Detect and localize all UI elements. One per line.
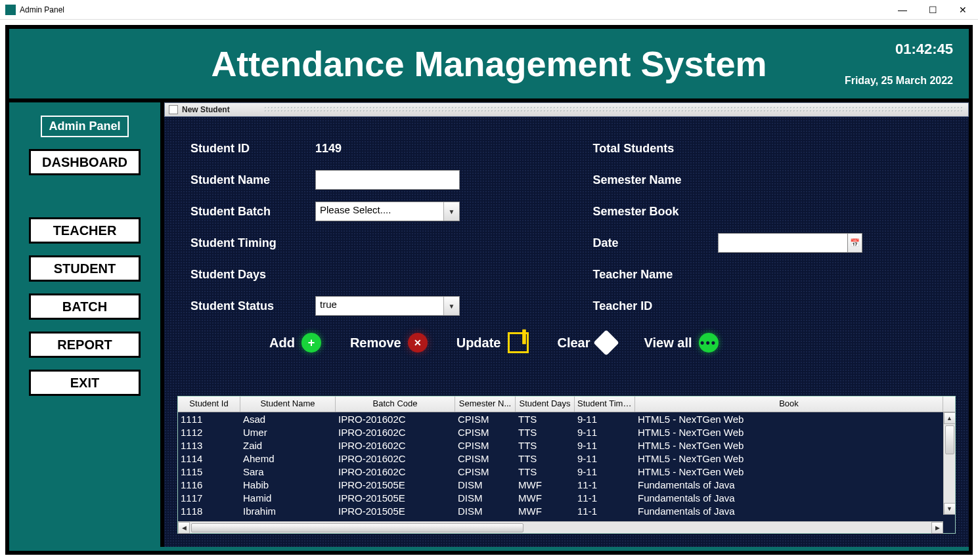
table-cell: Habib [240,478,336,491]
add-button[interactable]: Add + [269,333,321,353]
table-cell: 9-11 [575,412,635,425]
nav-label: TEACHER [53,223,117,238]
clock-time: 01:42:45 [845,41,953,58]
nav-label: REPORT [57,337,112,353]
date-picker[interactable]: 📅 [718,233,862,253]
table-cell: Ibrahim [240,504,336,515]
label-student-status: Student Status [190,299,315,313]
label-semester-book: Semester Book [593,205,718,219]
window-titlebar: Admin Panel — ☐ ✕ [0,0,978,20]
table-cell: MWF [516,491,575,504]
table-cell: TTS [516,412,575,425]
remove-button[interactable]: Remove ✕ [350,333,428,353]
input-date[interactable] [718,233,848,253]
scroll-thumb[interactable] [945,425,954,454]
form-right-column: Total Students Semester Name Semester Bo… [593,133,943,322]
label-date: Date [593,236,718,250]
col-student-id[interactable]: Student Id [178,397,240,412]
scroll-down-icon[interactable]: ▼ [944,503,956,515]
table-row[interactable]: 1117HamidIPRO-201505EDISMMWF11-1Fundamen… [178,491,955,504]
table-row[interactable]: 1114AhemdIPRO-201602CCPISMTTS9-11HTML5 -… [178,452,955,465]
table-row[interactable]: 1112UmerIPRO-201602CCPISMTTS9-11HTML5 - … [178,425,955,439]
table-cell: 11-1 [575,478,635,491]
label-student-days: Student Days [190,268,315,282]
nav-label: STUDENT [54,261,116,276]
nav-label: EXIT [70,376,99,391]
table-cell: IPRO-201602C [336,425,455,439]
table-cell: TTS [516,465,575,478]
table-cell: IPRO-201602C [336,452,455,465]
update-button[interactable]: Update [456,332,529,353]
nav-student[interactable]: STUDENT [29,255,141,282]
col-student-name[interactable]: Student Name [240,397,336,412]
value-student-id: 1149 [315,142,342,156]
col-semester-name[interactable]: Semester N... [455,397,516,412]
table-cell: TTS [516,425,575,439]
col-student-timing[interactable]: Student Timi... [575,397,635,412]
table-cell: Zaid [240,439,336,452]
nav-exit[interactable]: EXIT [29,370,141,396]
col-book[interactable]: Book [635,397,943,412]
nav-dashboard[interactable]: DASHBOARD [29,149,141,175]
col-student-days[interactable]: Student Days [516,397,575,412]
window-title: Admin Panel [20,5,64,14]
table-cell: CPISM [455,439,516,452]
grid-header: Student Id Student Name Batch Code Semes… [178,397,955,412]
label-teacher-id: Teacher ID [593,299,718,313]
window-icon [169,105,178,114]
table-row[interactable]: 1116HabibIPRO-201505EDISMMWF11-1Fundamen… [178,478,955,491]
form-panel: Student ID 1149 Student Name Student Bat… [164,117,969,547]
label-student-timing: Student Timing [190,236,315,250]
table-cell: 9-11 [575,425,635,439]
table-cell: DISM [455,504,516,515]
app-icon [5,5,16,15]
table-row[interactable]: 1118IbrahimIPRO-201505EDISMMWF11-1Fundam… [178,504,955,515]
label-student-id: Student ID [190,142,315,156]
label-semester-name: Semester Name [593,173,718,187]
table-cell: 1112 [178,425,240,439]
edit-icon [508,332,529,353]
input-student-name[interactable] [315,170,460,190]
header-corner [943,397,955,412]
label-student-name: Student Name [190,173,315,187]
table-cell: HTML5 - NexTGen Web [635,412,955,425]
table-row[interactable]: 1115SaraIPRO-201602CCPISMTTS9-11HTML5 - … [178,465,955,478]
nav-report[interactable]: REPORT [29,332,141,358]
grid-body[interactable]: 1111AsadIPRO-201602CCPISMTTS9-11HTML5 - … [178,412,955,515]
nav-batch[interactable]: BATCH [29,293,141,320]
table-cell: IPRO-201505E [336,491,455,504]
col-batch-code[interactable]: Batch Code [336,397,455,412]
viewall-button[interactable]: View all ••• [644,333,719,353]
table-row[interactable]: 1111AsadIPRO-201602CCPISMTTS9-11HTML5 - … [178,412,955,425]
table-cell: Fundamentals of Java [635,478,955,491]
scroll-thumb-h[interactable] [191,523,523,532]
table-cell: CPISM [455,425,516,439]
nav-teacher[interactable]: TEACHER [29,217,141,244]
sidebar: Admin Panel DASHBOARD TEACHER STUDENT BA… [9,102,164,547]
table-cell: DISM [455,478,516,491]
table-cell: 1114 [178,452,240,465]
calendar-icon[interactable]: 📅 [848,233,862,253]
scroll-left-icon[interactable]: ◀ [178,522,190,534]
window-minimize-button[interactable]: — [887,0,918,20]
table-cell: HTML5 - NexTGen Web [635,439,955,452]
combo-student-status[interactable]: true ▼ [315,296,460,316]
table-cell: MWF [516,504,575,515]
table-row[interactable]: 1113ZaidIPRO-201602CCPISMTTS9-11HTML5 - … [178,439,955,452]
action-bar: Add + Remove ✕ Update Clear [269,332,943,353]
scroll-up-icon[interactable]: ▲ [944,412,956,424]
mdi-child-titlebar[interactable]: New Student [164,102,969,117]
mdi-title: New Student [182,105,230,114]
combo-student-batch[interactable]: Please Select.... ▼ [315,202,460,221]
clear-button[interactable]: Clear [558,334,615,352]
table-cell: CPISM [455,452,516,465]
table-cell: Hamid [240,491,336,504]
vertical-scrollbar[interactable]: ▲ ▼ [943,412,955,515]
scroll-right-icon[interactable]: ▶ [931,522,943,534]
window-maximize-button[interactable]: ☐ [918,0,948,20]
horizontal-scrollbar[interactable]: ◀ ▶ [178,521,943,533]
add-label: Add [269,335,295,351]
table-cell: CPISM [455,465,516,478]
table-cell: 9-11 [575,452,635,465]
window-close-button[interactable]: ✕ [948,0,978,20]
